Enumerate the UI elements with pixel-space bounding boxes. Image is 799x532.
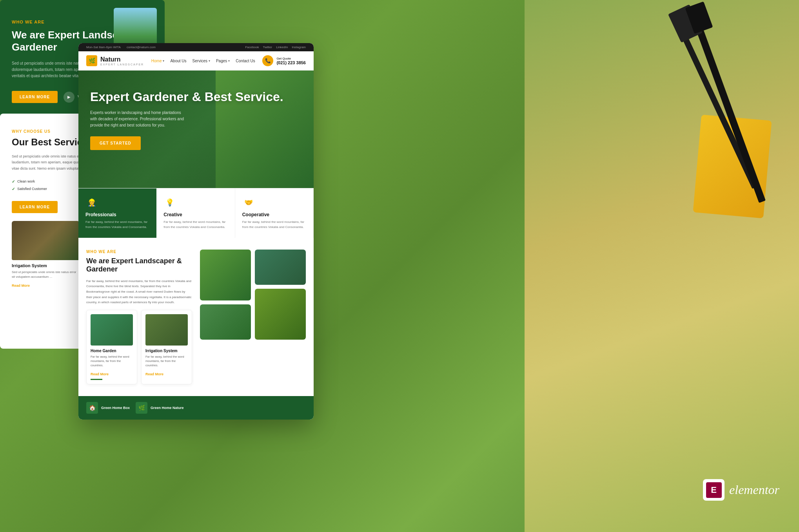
about-section: Who We Are We are Expert Landscaper & Ga… — [78, 238, 314, 396]
get-started-button[interactable]: GET STARTED — [90, 136, 141, 150]
professionals-description: Far far away, behind the word mountains,… — [85, 220, 149, 230]
nav-about[interactable]: About Us — [170, 59, 186, 63]
nav-pages[interactable]: Pages ▾ — [216, 59, 230, 63]
logo-icon: 🌿 — [86, 55, 97, 66]
top-bar: Mon-Sat 8am-6pm WITA contact@naturn.com … — [78, 43, 314, 51]
creative-title: Creative — [163, 212, 227, 217]
check-icon-3: ✓ — [12, 187, 15, 191]
tools-background — [525, 0, 799, 532]
feature-card-cooperative: 🤝 Cooperative Far far away, behind the w… — [235, 188, 314, 238]
about-description: Far far away, behind the word mountains,… — [86, 279, 192, 305]
logo-tagline: EXPERT LANDSCAPER — [100, 63, 144, 66]
about-img-placeholder-1 — [200, 250, 251, 300]
social-linkedin[interactable]: LinkedIn — [276, 45, 288, 49]
green-home-box-icon: 🏠 — [86, 402, 98, 414]
service-card-irrigation: Irrigation System Sed ut perspiciatis un… — [12, 221, 80, 288]
about-title: We are Expert Landscaper & Gardener — [86, 257, 192, 274]
irrigation-description: Sed ut perspiciatis unde omnis iste natu… — [12, 270, 80, 279]
green-home-nature-label: Green Home Nature — [151, 406, 184, 410]
irrigation-image — [12, 221, 80, 260]
logo-name: Naturn — [100, 56, 144, 63]
irrigation-service-read-more[interactable]: Read More — [145, 372, 163, 376]
service-item-irrigation: Irrigation System Far far away, behind t… — [141, 310, 192, 384]
social-facebook[interactable]: Facebook — [245, 45, 259, 49]
nav-contact[interactable]: Contact Us — [236, 59, 255, 63]
nav-home[interactable]: Home ▾ — [151, 59, 165, 63]
home-garden-title: Home Garden — [91, 349, 133, 353]
about-image-2 — [200, 304, 251, 340]
phone-icon: 📞 — [262, 55, 273, 66]
email-contact: contact@naturn.com — [127, 45, 156, 49]
creative-description: Far far away, behind the word mountains,… — [163, 220, 227, 230]
home-garden-image — [91, 314, 133, 346]
play-icon: ▶ — [64, 92, 74, 103]
hero-section: Expert Gardener & Best Service. Experts … — [78, 71, 314, 188]
about-image-4 — [255, 289, 306, 340]
logo: 🌿 Naturn EXPERT LANDSCAPER — [86, 55, 144, 66]
hero-content: Expert Gardener & Best Service. Experts … — [78, 71, 314, 170]
irrigation-service-description: Far far away, behind the word mountains,… — [145, 355, 188, 368]
about-images — [200, 250, 306, 384]
check-item-1: ✓ Clean work — [12, 179, 81, 184]
professionals-title: Professionals — [85, 212, 149, 217]
hero-title: Expert Gardener & Best Service. — [90, 90, 302, 104]
about-who-we-are: Who We Are — [86, 250, 192, 254]
nav-bar: 🌿 Naturn EXPERT LANDSCAPER Home ▾ About … — [78, 51, 314, 71]
logo-text-container: Naturn EXPERT LANDSCAPER — [100, 56, 144, 66]
about-img-placeholder-4 — [255, 289, 306, 340]
hero-description: Experts worker in landscaping and home p… — [90, 110, 188, 128]
check-label-1: Clean work — [17, 179, 35, 183]
feature-card-professionals: 👷 Professionals Far far away, behind the… — [78, 188, 156, 238]
green-divider-1 — [91, 379, 102, 380]
about-image-3 — [255, 250, 306, 285]
about-img-placeholder-2 — [200, 304, 251, 340]
irrigation-read-more[interactable]: Read More — [12, 284, 30, 288]
cooperative-icon: 🤝 — [242, 196, 255, 209]
creative-icon: 💡 — [163, 196, 176, 209]
bottom-badges: 🏠 Green Home Box 🌿 Green Home Nature — [78, 396, 314, 420]
cooperative-description: Far far away, behind the word mountains,… — [242, 220, 306, 230]
check-icon-1: ✓ — [12, 179, 15, 184]
top-bar-left: Mon-Sat 8am-6pm WITA contact@naturn.com — [86, 45, 156, 49]
nav-cta: 📞 Get Quote (021) 223 3856 — [262, 55, 306, 66]
phone-hours: Mon-Sat 8am-6pm WITA — [86, 45, 121, 49]
get-quote-label: Get Quote — [276, 57, 306, 60]
elementor-icon: E — [703, 479, 725, 501]
back-learn-more-button[interactable]: LEARN MORE — [12, 91, 58, 103]
professionals-icon: 👷 — [85, 196, 98, 209]
social-twitter[interactable]: Twitter — [263, 45, 272, 49]
green-home-nature-icon: 🌿 — [136, 402, 147, 414]
about-image-1 — [200, 250, 251, 300]
check-item-3: ✓ Satisfied Customer — [12, 187, 81, 191]
about-content: Who We Are We are Expert Landscaper & Ga… — [86, 250, 192, 384]
phone-number: (021) 223 3856 — [276, 60, 306, 65]
irrigation-title: Irrigation System — [12, 263, 80, 268]
about-image-col-1 — [200, 250, 251, 384]
main-website: Mon-Sat 8am-6pm WITA contact@naturn.com … — [78, 43, 314, 420]
about-img-placeholder-3 — [255, 250, 306, 285]
check-label-3: Satisfied Customer — [17, 187, 47, 191]
nav-services[interactable]: Services ▾ — [192, 59, 210, 63]
green-home-box-label: Green Home Box — [101, 406, 130, 410]
cta-text: Get Quote (021) 223 3856 — [276, 57, 306, 65]
services-learn-more-button[interactable]: LEARN MORE — [12, 201, 58, 213]
feature-cards: 👷 Professionals Far far away, behind the… — [78, 188, 314, 238]
irrigation-service-image — [145, 314, 188, 346]
badge-green-home-box: 🏠 Green Home Box — [86, 402, 130, 414]
service-items: Home Garden Far far away, behind the wor… — [86, 310, 192, 384]
service-item-home-garden: Home Garden Far far away, behind the wor… — [86, 310, 137, 384]
cooperative-title: Cooperative — [242, 212, 306, 217]
elementor-badge: E elementor — [703, 479, 779, 501]
nav-links: Home ▾ About Us Services ▾ Pages ▾ Conta… — [151, 59, 255, 63]
badge-green-home-nature: 🌿 Green Home Nature — [136, 402, 184, 414]
logo-icon-symbol: 🌿 — [89, 58, 95, 64]
top-bar-social: Facebook Twitter LinkedIn Instagram — [245, 45, 306, 49]
elementor-label: elementor — [729, 483, 779, 497]
home-garden-read-more[interactable]: Read More — [91, 372, 109, 376]
home-garden-description: Far far away, behind the word mountains,… — [91, 355, 133, 368]
elementor-e-icon: E — [706, 482, 722, 498]
feature-card-creative: 💡 Creative Far far away, behind the word… — [156, 188, 235, 238]
irrigation-service-title: Irrigation System — [145, 349, 188, 353]
social-instagram[interactable]: Instagram — [292, 45, 306, 49]
about-image-col-2 — [255, 250, 306, 384]
